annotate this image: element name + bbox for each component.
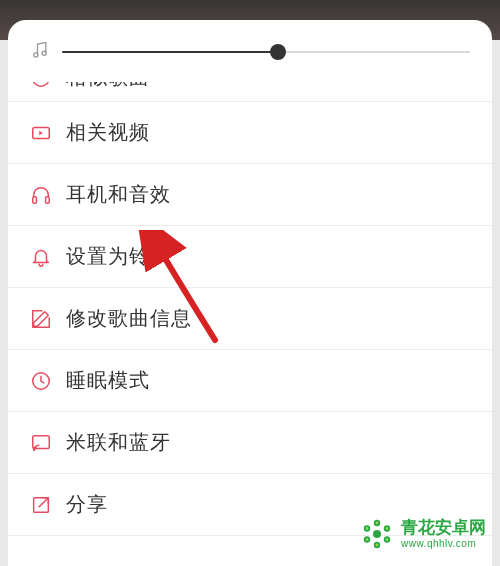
- menu-item-label: 分享: [66, 491, 108, 518]
- menu-item-label: 设置为铃声: [66, 243, 171, 270]
- svg-rect-6: [46, 196, 50, 202]
- svg-point-22: [386, 527, 389, 530]
- svg-point-1: [42, 51, 46, 55]
- sleep-icon: [30, 370, 52, 392]
- menu-item-label: 相似歌曲: [66, 82, 150, 91]
- svg-point-12: [373, 530, 381, 538]
- menu-item-label: 睡眠模式: [66, 367, 150, 394]
- svg-point-23: [366, 538, 369, 541]
- watermark-title: 青花安卓网: [401, 518, 486, 538]
- svg-point-0: [34, 53, 38, 57]
- menu-item-similar-songs[interactable]: 相似歌曲: [8, 82, 492, 102]
- action-menu: 相似歌曲 相关视频 耳机和音效: [8, 82, 492, 536]
- edit-icon: [30, 308, 52, 330]
- svg-point-10: [34, 448, 36, 450]
- share-icon: [30, 494, 52, 516]
- bell-icon: [30, 246, 52, 268]
- volume-slider-row: [8, 20, 492, 82]
- menu-item-edit-info[interactable]: 修改歌曲信息: [8, 288, 492, 350]
- watermark-url: www.qhhlv.com: [401, 538, 486, 550]
- volume-slider[interactable]: [62, 51, 470, 53]
- video-icon: [30, 122, 52, 144]
- svg-point-20: [376, 544, 379, 547]
- volume-slider-thumb[interactable]: [270, 44, 286, 60]
- music-note-icon: [30, 40, 50, 64]
- menu-item-set-ringtone[interactable]: 设置为铃声: [8, 226, 492, 288]
- watermark: 青花安卓网 www.qhhlv.com: [359, 516, 486, 552]
- menu-item-label: 相关视频: [66, 119, 150, 146]
- svg-point-19: [376, 522, 379, 525]
- watermark-text: 青花安卓网 www.qhhlv.com: [401, 518, 486, 549]
- svg-rect-5: [33, 196, 37, 202]
- similar-icon: [30, 82, 52, 89]
- svg-point-2: [33, 82, 50, 86]
- headphone-icon: [30, 184, 52, 206]
- menu-item-label: 修改歌曲信息: [66, 305, 192, 332]
- svg-marker-4: [39, 130, 43, 135]
- menu-item-cast-bluetooth[interactable]: 米联和蓝牙: [8, 412, 492, 474]
- menu-item-label: 耳机和音效: [66, 181, 171, 208]
- volume-slider-fill: [62, 51, 278, 53]
- action-sheet-panel: 相似歌曲 相关视频 耳机和音效: [8, 20, 492, 566]
- menu-item-headphone-sound[interactable]: 耳机和音效: [8, 164, 492, 226]
- watermark-logo-icon: [359, 516, 395, 552]
- cast-icon: [30, 432, 52, 454]
- menu-item-related-video[interactable]: 相关视频: [8, 102, 492, 164]
- svg-point-24: [386, 538, 389, 541]
- menu-item-label: 米联和蓝牙: [66, 429, 171, 456]
- menu-item-sleep-mode[interactable]: 睡眠模式: [8, 350, 492, 412]
- svg-point-21: [366, 527, 369, 530]
